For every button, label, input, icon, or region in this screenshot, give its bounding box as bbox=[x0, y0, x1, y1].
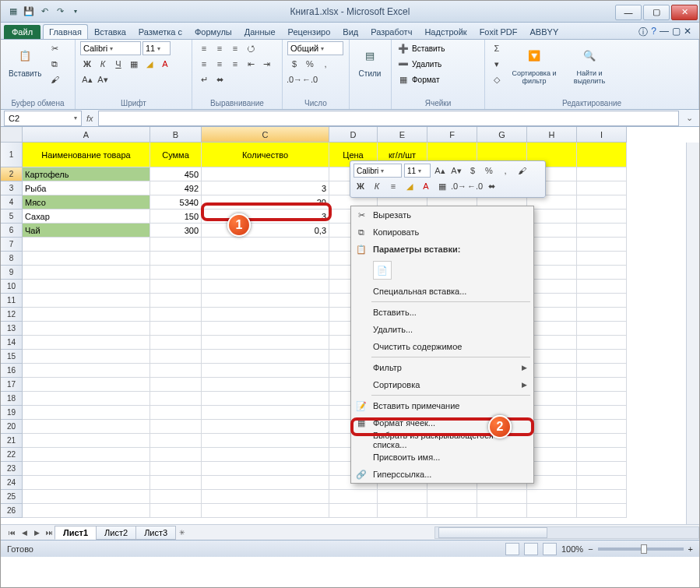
help-icon[interactable]: ? bbox=[651, 26, 656, 39]
mini-merge-icon[interactable]: ⬌ bbox=[484, 179, 498, 193]
cell[interactable]: 450 bbox=[150, 167, 202, 181]
cell[interactable] bbox=[527, 280, 577, 294]
row-header[interactable]: 2 bbox=[1, 167, 23, 181]
cell[interactable] bbox=[23, 308, 150, 322]
cell[interactable]: 3 bbox=[202, 181, 329, 195]
view-layout-icon[interactable] bbox=[524, 543, 538, 555]
minimize-ribbon-icon[interactable]: ⓘ bbox=[638, 26, 648, 39]
ctx-insert[interactable]: Вставить... bbox=[351, 304, 533, 321]
grow-font-icon[interactable]: A▴ bbox=[80, 72, 94, 86]
cell[interactable] bbox=[150, 350, 202, 364]
ctx-clear[interactable]: Очистить содержимое bbox=[351, 338, 533, 355]
sheet-nav-next[interactable]: ▶ bbox=[30, 526, 43, 539]
row-header[interactable]: 19 bbox=[1, 406, 23, 420]
italic-button[interactable]: К bbox=[96, 57, 110, 71]
row-header[interactable]: 26 bbox=[1, 504, 23, 518]
cell[interactable]: Сумма bbox=[150, 143, 202, 167]
cut-icon[interactable]: ✂ bbox=[47, 41, 62, 55]
row-header[interactable]: 7 bbox=[1, 238, 23, 252]
align-top-icon[interactable]: ≡ bbox=[197, 41, 211, 55]
ctx-copy[interactable]: ⧉Копировать bbox=[351, 224, 533, 241]
cell[interactable] bbox=[577, 364, 627, 378]
row-header[interactable]: 15 bbox=[1, 350, 23, 364]
align-bot-icon[interactable]: ≡ bbox=[228, 41, 242, 55]
cell[interactable] bbox=[527, 476, 577, 490]
cell[interactable] bbox=[577, 209, 627, 224]
col-header-b[interactable]: B bbox=[150, 127, 202, 143]
cell[interactable] bbox=[577, 266, 627, 280]
cell[interactable] bbox=[150, 490, 202, 504]
cell[interactable] bbox=[23, 294, 150, 308]
cell[interactable] bbox=[577, 224, 627, 238]
tab-home[interactable]: Главная bbox=[43, 24, 88, 39]
row-header[interactable]: 8 bbox=[1, 252, 23, 266]
cell[interactable] bbox=[202, 266, 329, 280]
cell[interactable]: 5340 bbox=[150, 195, 202, 209]
fill-color-button[interactable]: ◢ bbox=[142, 57, 157, 71]
autosum-icon[interactable]: Σ bbox=[490, 41, 504, 55]
cell[interactable] bbox=[23, 504, 150, 518]
cell[interactable] bbox=[23, 378, 150, 392]
row-header[interactable]: 3 bbox=[1, 181, 23, 195]
cell[interactable] bbox=[202, 504, 329, 518]
cell[interactable]: 300 bbox=[150, 224, 202, 238]
close-button[interactable]: ✕ bbox=[671, 5, 698, 20]
ctx-hyperlink[interactable]: 🔗Гиперссылка... bbox=[351, 466, 533, 483]
cell[interactable] bbox=[150, 406, 202, 420]
orientation-icon[interactable]: ⭯ bbox=[244, 41, 258, 55]
cell[interactable] bbox=[577, 420, 627, 434]
cell[interactable] bbox=[477, 504, 527, 518]
sheet-tab-2[interactable]: Лист2 bbox=[96, 526, 136, 540]
copy-icon[interactable]: ⧉ bbox=[47, 57, 62, 71]
sheet-tab-1[interactable]: Лист1 bbox=[55, 526, 97, 540]
tab-developer[interactable]: Разработч bbox=[364, 24, 418, 39]
font-name-combo[interactable]: Calibri▾ bbox=[80, 41, 141, 55]
view-break-icon[interactable] bbox=[543, 543, 557, 555]
cell[interactable] bbox=[202, 336, 329, 350]
cell[interactable] bbox=[577, 448, 627, 462]
styles-button[interactable]: ▤ Стили bbox=[354, 41, 385, 79]
tab-foxit[interactable]: Foxit PDF bbox=[473, 24, 524, 39]
cell[interactable]: Количество bbox=[202, 143, 329, 167]
cell[interactable] bbox=[202, 490, 329, 504]
file-tab[interactable]: Файл bbox=[4, 25, 40, 39]
cell[interactable] bbox=[329, 490, 378, 504]
cell[interactable]: Рыба bbox=[23, 181, 150, 195]
zoom-in-icon[interactable]: + bbox=[688, 544, 693, 554]
cell[interactable] bbox=[527, 462, 577, 476]
row-header[interactable]: 17 bbox=[1, 378, 23, 392]
indent-dec-icon[interactable]: ⇤ bbox=[244, 57, 258, 71]
sheet-nav-prev[interactable]: ◀ bbox=[18, 526, 30, 539]
col-header-c[interactable]: C bbox=[202, 127, 329, 143]
cell[interactable] bbox=[527, 252, 577, 266]
row-header[interactable]: 1 bbox=[1, 143, 23, 167]
cell[interactable] bbox=[150, 378, 202, 392]
row-header[interactable]: 16 bbox=[1, 364, 23, 378]
mini-fontcolor-icon[interactable]: A bbox=[419, 179, 433, 193]
cell[interactable] bbox=[427, 490, 477, 504]
mini-grow-icon[interactable]: A▴ bbox=[433, 164, 447, 178]
fx-icon[interactable]: fx bbox=[86, 114, 93, 123]
cell[interactable] bbox=[202, 252, 329, 266]
cell[interactable] bbox=[23, 420, 150, 434]
cell[interactable] bbox=[150, 392, 202, 406]
row-header[interactable]: 24 bbox=[1, 476, 23, 490]
cell[interactable] bbox=[577, 336, 627, 350]
border-button[interactable]: ▦ bbox=[127, 57, 141, 71]
merge-icon[interactable]: ⬌ bbox=[213, 72, 227, 86]
name-box[interactable]: C2▾ bbox=[4, 111, 82, 126]
cell[interactable] bbox=[527, 392, 577, 406]
ctx-paste-special[interactable]: Специальная вставка... bbox=[351, 283, 533, 300]
cell[interactable] bbox=[23, 238, 150, 252]
cell[interactable] bbox=[23, 336, 150, 350]
cell[interactable] bbox=[23, 476, 150, 490]
cell[interactable] bbox=[527, 490, 577, 504]
align-left-icon[interactable]: ≡ bbox=[197, 57, 211, 71]
col-header-h[interactable]: H bbox=[527, 127, 577, 143]
cell[interactable] bbox=[527, 406, 577, 420]
sheet-nav-first[interactable]: ⏮ bbox=[5, 526, 18, 539]
bold-button[interactable]: Ж bbox=[80, 57, 94, 71]
horizontal-scrollbar[interactable] bbox=[434, 526, 699, 539]
doc-min-icon[interactable]: — bbox=[660, 26, 669, 39]
ctx-filter[interactable]: Фильтр▶ bbox=[351, 359, 533, 376]
